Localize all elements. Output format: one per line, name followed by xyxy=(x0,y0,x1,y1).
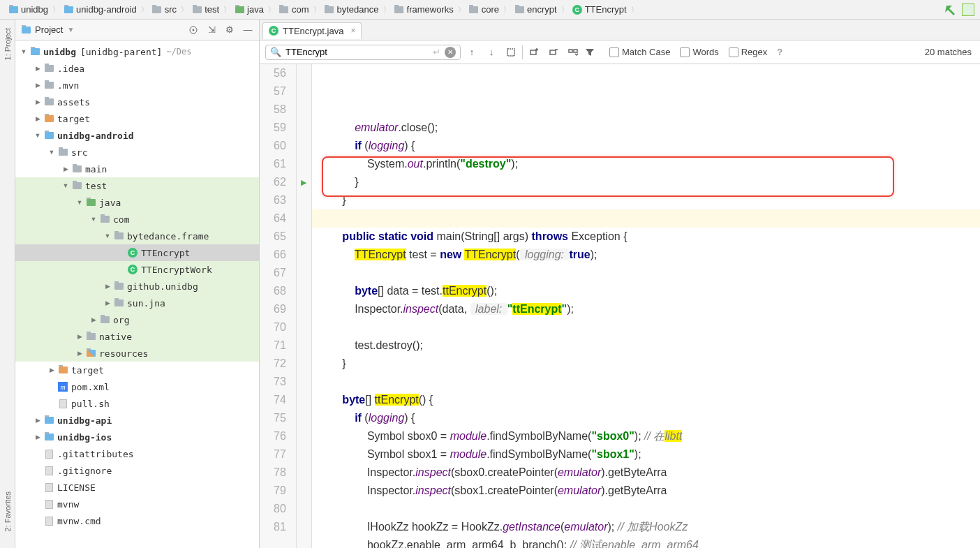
editor-area: C TTEncrypt.java × 🔍 ↵ ✕ ↑ ↓ xyxy=(260,20,980,548)
regex-checkbox[interactable]: Regex xyxy=(729,47,768,57)
breadcrumb-separator: 〉 xyxy=(141,5,148,15)
project-panel: Project ▼ ⇲ ⚙ — ▼ unidbg [unidbg-parent]… xyxy=(15,20,260,548)
enter-icon[interactable]: ↵ xyxy=(433,47,440,57)
svg-rect-3 xyxy=(530,50,536,54)
words-checkbox[interactable]: Words xyxy=(680,47,718,57)
tab-label: TTEncrypt.java xyxy=(283,26,343,36)
find-input-wrap[interactable]: 🔍 ↵ ✕ xyxy=(265,45,461,60)
breadcrumb-separator: 〉 xyxy=(223,5,230,15)
tree-row[interactable]: ▼java xyxy=(15,194,259,211)
breadcrumb-item[interactable]: CTTEncrypt xyxy=(570,3,630,16)
breadcrumb-item[interactable]: com xyxy=(276,3,312,16)
breadcrumb-separator: 〉 xyxy=(561,5,568,15)
line-gutter: 5657585960616263646566676869707172737475… xyxy=(260,64,297,548)
find-input[interactable] xyxy=(285,47,429,57)
project-header: Project ▼ ⇲ ⚙ — xyxy=(15,20,259,40)
tree-row[interactable]: ▶org xyxy=(15,311,259,328)
breadcrumb-separator: 〉 xyxy=(503,5,510,15)
run-gutter-icon[interactable]: ▶ xyxy=(297,173,311,191)
tree-row[interactable]: ▼com xyxy=(15,211,259,228)
breadcrumb-item[interactable]: frameworks xyxy=(392,3,456,16)
breadcrumb-item[interactable]: java xyxy=(232,3,267,16)
tree-root-path: ~/Des xyxy=(166,47,191,57)
code-content[interactable]: emulator.close(); if (logging) { System.… xyxy=(312,64,980,548)
tree-row[interactable]: .gitattributes xyxy=(15,445,259,462)
breadcrumb-separator: 〉 xyxy=(383,5,390,15)
expand-icon[interactable]: ⇲ xyxy=(206,24,217,36)
project-tool-tab[interactable]: 1: Project xyxy=(2,25,13,63)
breadcrumb-item[interactable]: bytedance xyxy=(322,3,382,16)
tree-row[interactable]: mvnw.cmd xyxy=(15,512,259,529)
tree-row[interactable]: ▶assets xyxy=(15,94,259,110)
filter-icon[interactable] xyxy=(584,47,595,58)
close-icon[interactable]: × xyxy=(350,26,355,36)
tree-row[interactable]: CTTEncryptWork xyxy=(15,261,259,278)
breadcrumb-separator: 〉 xyxy=(313,5,320,15)
tree-row[interactable]: ▶resources xyxy=(15,345,259,362)
tree-row[interactable]: ▶target xyxy=(15,110,259,127)
select-all-icon[interactable] xyxy=(505,47,517,58)
tree-row[interactable]: ▼bytedance.frame xyxy=(15,228,259,244)
editor-tabs: C TTEncrypt.java × xyxy=(260,20,980,40)
tree-row[interactable]: ▶main xyxy=(15,161,259,177)
tree-row[interactable]: LICENSE xyxy=(15,479,259,496)
breadcrumb-item[interactable]: unidbg xyxy=(6,3,51,16)
next-match-icon[interactable]: ↓ xyxy=(486,47,497,58)
build-icon[interactable] xyxy=(945,4,956,15)
tree-row[interactable]: CTTEncrypt xyxy=(15,244,259,261)
svg-rect-4 xyxy=(550,50,556,54)
add-selection-icon[interactable] xyxy=(528,47,540,58)
tree-row[interactable]: ▶native xyxy=(15,328,259,345)
breadcrumb-separator: 〉 xyxy=(458,5,465,15)
tree-row[interactable]: ▶target xyxy=(15,362,259,378)
status-icon[interactable] xyxy=(962,3,974,16)
favorites-tool-tab[interactable]: 2: Favorites xyxy=(2,489,13,534)
clear-icon[interactable]: ✕ xyxy=(445,47,456,58)
breadcrumb-separator: 〉 xyxy=(52,5,59,15)
breadcrumb-item[interactable]: unidbg-android xyxy=(61,3,140,16)
gear-icon[interactable]: ⚙ xyxy=(224,24,235,36)
tree-row[interactable]: ▶.idea xyxy=(15,60,259,77)
class-icon: C xyxy=(269,26,279,36)
tree-row[interactable]: mpom.xml xyxy=(15,378,259,395)
breadcrumb-item[interactable]: src xyxy=(149,3,179,16)
tree-row[interactable]: ▶.mvn xyxy=(15,77,259,94)
tree-row[interactable]: ▼unidbg-android xyxy=(15,127,259,144)
tree-row[interactable]: .gitignore xyxy=(15,462,259,479)
tree-row[interactable]: ▶sun.jna xyxy=(15,295,259,311)
breadcrumb-item[interactable]: encrypt xyxy=(512,3,560,16)
gutter-icons: ▶ xyxy=(297,64,312,548)
tree-row[interactable]: pull.sh xyxy=(15,395,259,412)
editor-tab-ttencrypt[interactable]: C TTEncrypt.java × xyxy=(262,22,362,39)
hide-icon[interactable]: — xyxy=(242,24,253,36)
tree-row[interactable]: ▼src xyxy=(15,144,259,161)
tree-row[interactable]: ▶github.unidbg xyxy=(15,278,259,295)
editor-body[interactable]: 5657585960616263646566676869707172737475… xyxy=(260,64,980,548)
breadcrumb-separator: 〉 xyxy=(268,5,275,15)
tree-row[interactable]: mvnw xyxy=(15,496,259,512)
match-case-checkbox[interactable]: Match Case xyxy=(609,47,670,57)
breadcrumb-item[interactable]: test xyxy=(189,3,222,16)
tree-row[interactable]: ▼test xyxy=(15,177,259,194)
help-icon[interactable]: ? xyxy=(777,47,782,57)
left-gutter: 1: Project 2: Favorites xyxy=(0,20,15,548)
breadcrumb-separator: 〉 xyxy=(631,5,638,15)
locate-icon[interactable] xyxy=(188,24,199,36)
remove-selection-icon[interactable] xyxy=(548,47,559,58)
tree-root-label: unidbg xyxy=(43,47,76,57)
prev-match-icon[interactable]: ↑ xyxy=(466,47,477,58)
breadcrumb-separator: 〉 xyxy=(181,5,188,15)
tree-root[interactable]: ▼ unidbg [unidbg-parent] ~/Des xyxy=(15,43,259,60)
breadcrumb-bar: unidbg〉unidbg-android〉src〉test〉java〉com〉… xyxy=(0,0,980,20)
breadcrumb-item[interactable]: core xyxy=(466,3,502,16)
project-title: Project xyxy=(35,24,63,35)
select-all-occurrences-icon[interactable] xyxy=(567,47,579,58)
chevron-down-icon[interactable]: ▼ xyxy=(67,26,74,34)
tree-row[interactable]: ▶unidbg-api xyxy=(15,412,259,429)
tree-row[interactable]: ▶unidbg-ios xyxy=(15,429,259,445)
match-count: 20 matches xyxy=(925,47,972,57)
svg-rect-2 xyxy=(507,49,514,56)
project-tree[interactable]: ▼ unidbg [unidbg-parent] ~/Des ▶.idea▶.m… xyxy=(15,40,259,548)
svg-rect-6 xyxy=(574,50,577,52)
find-bar: 🔍 ↵ ✕ ↑ ↓ Match Case xyxy=(260,40,980,64)
